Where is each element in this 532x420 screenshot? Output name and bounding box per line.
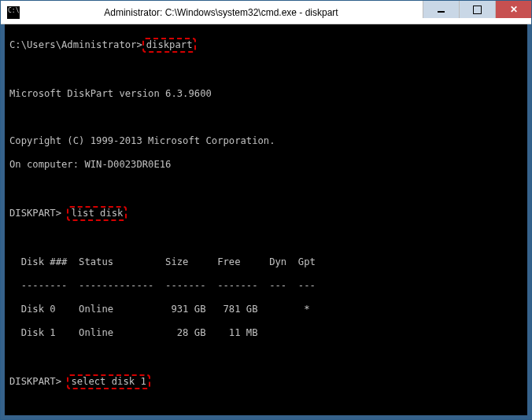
computer-line: On computer: WIN-D0023DR0E16 [9,159,524,171]
close-button[interactable] [495,1,531,18]
version-line: Microsoft DiskPart version 6.3.9600 [9,88,524,100]
minimize-button[interactable] [423,1,459,18]
copyright-line: Copyright (C) 1999-2013 Microsoft Corpor… [9,135,524,147]
prompt-line: C:\Users\Administrator>diskpart [9,38,524,53]
disk-table-divider: -------- ------------- ------- ------- -… [9,280,524,292]
window-title: Administrator: C:\Windows\system32\cmd.e… [20,7,423,18]
terminal-area[interactable]: C:\Users\Administrator>diskpart Microsof… [1,24,531,419]
cmd-select-disk: select disk 1 [67,374,150,389]
dp-prompt: DISKPART> [9,376,67,387]
disk-table-header: Disk ### Status Size Free Dyn Gpt [9,256,524,268]
window-buttons [423,1,531,24]
path-prompt: C:\Users\Administrator> [9,39,142,50]
cmd-window: Administrator: C:\Windows\system32\cmd.e… [0,0,532,420]
titlebar[interactable]: Administrator: C:\Windows\system32\cmd.e… [1,1,531,24]
maximize-button[interactable] [459,1,495,18]
prompt-list-disk: DISKPART> list disk [9,206,524,221]
disk-row-1: Disk 1 Online 28 GB 11 MB [9,327,524,339]
disk-row-0: Disk 0 Online 931 GB 781 GB * [9,304,524,315]
cmd-icon [7,6,20,19]
dp-prompt: DISKPART> [9,208,67,219]
cmd-diskpart: diskpart [142,38,197,53]
cmd-list-disk: list disk [67,206,127,221]
prompt-select-disk: DISKPART> select disk 1 [9,374,524,389]
